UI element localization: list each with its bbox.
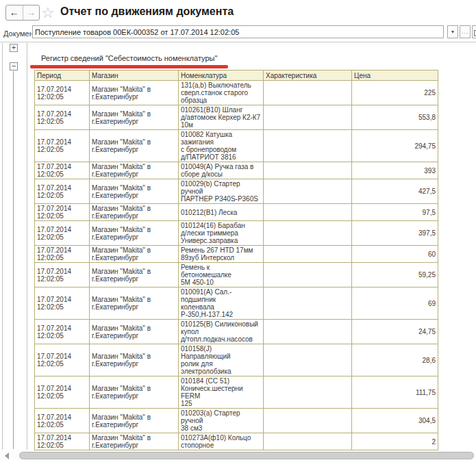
cell-store[interactable]: Магазин "Makita" в г.Екатеринбург [90, 409, 179, 433]
cell-store[interactable]: Магазин "Makita" в г.Екатеринбург [90, 204, 179, 221]
cell-nomenclature[interactable]: Ремень 267 HTD 17мм 89зуб Интерскол [179, 246, 264, 263]
cell-characteristic[interactable] [264, 409, 352, 433]
table-row[interactable]: 17.07.2014 12:02:05 Магазин "Makita" в г… [35, 105, 438, 130]
cell-period[interactable]: 17.07.2014 12:02:05 [35, 344, 90, 376]
cell-store[interactable]: Магазин "Makita" в г.Екатеринбург [90, 162, 179, 179]
cell-characteristic[interactable] [264, 179, 352, 204]
table-row[interactable]: 17.07.2014 12:02:05 Магазин "Makita" в г… [35, 179, 438, 204]
cell-characteristic[interactable] [264, 221, 352, 246]
cell-characteristic[interactable] [264, 288, 352, 320]
cell-price[interactable]: 225 [352, 81, 438, 105]
cell-period[interactable]: 17.07.2014 12:02:05 [35, 376, 90, 409]
table-row[interactable]: 17.07.2014 12:02:05 Магазин "Makita" в г… [35, 246, 438, 263]
cell-nomenclature[interactable]: 010184 (СС 51) Коническ.шестерни FERM 12… [179, 376, 264, 409]
cell-characteristic[interactable] [264, 81, 352, 105]
cell-price[interactable]: 294,75 [352, 130, 438, 162]
cell-store[interactable]: Магазин "Makita" в г.Екатеринбург [90, 179, 179, 204]
cell-store[interactable]: Магазин "Makita" в г.Екатеринбург [90, 376, 179, 409]
cell-period[interactable]: 17.07.2014 12:02:05 [35, 162, 90, 179]
cell-period[interactable]: 17.07.2014 12:02:05 [35, 221, 90, 246]
cell-price[interactable]: 427,5 [352, 179, 438, 204]
cell-store[interactable]: Магазин "Makita" в г.Екатеринбург [90, 263, 179, 288]
cell-price[interactable]: 97,5 [352, 204, 438, 221]
cell-price[interactable]: 24,75 [352, 320, 438, 344]
cell-characteristic[interactable] [264, 344, 352, 376]
table-row[interactable]: 17.07.2014 12:02:05 Магазин "Makita" в г… [35, 433, 438, 450]
scroll-left-button[interactable] [5, 452, 9, 459]
cell-nomenclature[interactable]: 131(a,b) Выключатель сверл.станок старог… [179, 81, 264, 105]
cell-price[interactable]: 553,8 [352, 105, 438, 130]
table-row[interactable]: 17.07.2014 12:02:05 Магазин "Makita" в г… [35, 409, 438, 433]
cell-period[interactable]: 17.07.2014 12:02:05 [35, 409, 90, 433]
cell-price[interactable]: 59,25 [352, 263, 438, 288]
expand-group-button[interactable]: + [10, 44, 18, 52]
cell-price[interactable]: 111,75 [352, 376, 438, 409]
cell-period[interactable]: 17.07.2014 12:02:05 [35, 263, 90, 288]
document-input[interactable] [32, 25, 444, 38]
table-row[interactable]: 17.07.2014 12:02:05 Магазин "Makita" в г… [35, 130, 438, 162]
dropdown-button[interactable]: ▾ [447, 25, 458, 38]
table-row[interactable]: 17.07.2014 12:02:05 Магазин "Makita" в г… [35, 376, 438, 409]
cell-characteristic[interactable] [264, 246, 352, 263]
cell-store[interactable]: Магазин "Makita" в г.Екатеринбург [90, 221, 179, 246]
cell-period[interactable]: 17.07.2014 12:02:05 [35, 204, 90, 221]
cell-period[interactable]: 17.07.2014 12:02:05 [35, 179, 90, 204]
cell-period[interactable]: 17.07.2014 12:02:05 [35, 320, 90, 344]
cell-price[interactable]: 304,5 [352, 409, 438, 433]
cell-nomenclature[interactable]: 010049(А) Ручка газа в сборе д/косы [179, 162, 264, 179]
cell-price[interactable]: 2 [352, 433, 438, 450]
cell-store[interactable]: Магазин "Makita" в г.Екатеринбург [90, 288, 179, 320]
cell-period[interactable]: 17.07.2014 12:02:05 [35, 105, 90, 130]
cell-price[interactable]: 69 [352, 288, 438, 320]
table-row[interactable]: 17.07.2014 12:02:05 Магазин "Makita" в г… [35, 162, 438, 179]
cell-nomenclature[interactable]: 010082 Катушка зажигания с бронепроводом… [179, 130, 264, 162]
cell-store[interactable]: Магазин "Makita" в г.Екатеринбург [90, 105, 179, 130]
cell-characteristic[interactable] [264, 204, 352, 221]
scrollbar-thumb[interactable] [19, 452, 474, 459]
table-row[interactable]: 17.07.2014 12:02:05 Магазин "Makita" в г… [35, 81, 438, 105]
cell-nomenclature[interactable]: 010158(J) Направляющий ролик для электро… [179, 344, 264, 376]
cell-nomenclature[interactable]: 010273А(ф10) Кольцо стопорное [179, 433, 264, 450]
table-row[interactable]: 17.07.2014 12:02:05 Магазин "Makita" в г… [35, 221, 438, 246]
table-row[interactable]: 17.07.2014 12:02:05 Магазин "Makita" в г… [35, 344, 438, 376]
cell-store[interactable]: Магазин "Makita" в г.Екатеринбург [90, 246, 179, 263]
cell-price[interactable]: 393 [352, 162, 438, 179]
cell-characteristic[interactable] [264, 376, 352, 409]
collapse-group-button[interactable]: − [10, 62, 18, 71]
cell-characteristic[interactable] [264, 105, 352, 130]
cell-characteristic[interactable] [264, 433, 352, 450]
cell-nomenclature[interactable]: Ремень к бетономешалке 5М 450-10 [179, 263, 264, 288]
cell-period[interactable]: 17.07.2014 12:02:05 [35, 81, 90, 105]
cell-nomenclature[interactable]: 010212(В1) Леска [179, 204, 264, 221]
cell-characteristic[interactable] [264, 263, 352, 288]
cell-characteristic[interactable] [264, 320, 352, 344]
cell-price[interactable]: 28,6 [352, 344, 438, 376]
table-row[interactable]: 17.07.2014 12:02:05 Магазин "Makita" в г… [35, 263, 438, 288]
table-row[interactable]: 17.07.2014 12:02:05 Магазин "Makita" в г… [35, 288, 438, 320]
cell-price[interactable]: 60 [352, 246, 438, 263]
favorite-star-icon[interactable]: ☆ [41, 4, 55, 22]
back-button[interactable]: ← [6, 5, 23, 20]
cell-store[interactable]: Магазин "Makita" в г.Екатеринбург [90, 130, 179, 162]
cell-characteristic[interactable] [264, 162, 352, 179]
cell-nomenclature[interactable]: 010125(В) Силиконовый купол д/топл.подка… [179, 320, 264, 344]
cell-price[interactable]: 397,5 [352, 221, 438, 246]
cell-store[interactable]: Магазин "Makita" в г.Екатеринбург [90, 433, 179, 450]
cell-store[interactable]: Магазин "Makita" в г.Екатеринбург [90, 344, 179, 376]
cell-nomenclature[interactable]: 010261(В10) Шланг д/автомоек Керхер К2-К… [179, 105, 264, 130]
cell-characteristic[interactable] [264, 130, 352, 162]
ellipsis-button[interactable]: ... [460, 25, 471, 38]
table-row[interactable]: 17.07.2014 12:02:05 Магазин "Makita" в г… [35, 320, 438, 344]
forward-button[interactable]: → [23, 5, 40, 20]
cell-period[interactable]: 17.07.2014 12:02:05 [35, 288, 90, 320]
cell-nomenclature[interactable]: 010029(b) Стартер ручной ПАРТНЕР Р340S-Р… [179, 179, 264, 204]
cell-period[interactable]: 17.07.2014 12:02:05 [35, 433, 90, 450]
table-row[interactable]: 17.07.2014 12:02:05 Магазин "Makita" в г… [35, 204, 438, 221]
cell-period[interactable]: 17.07.2014 12:02:05 [35, 246, 90, 263]
cell-nomenclature[interactable]: 010124(16) Барабан д/лески триммера Унив… [179, 221, 264, 246]
cell-period[interactable]: 17.07.2014 12:02:05 [35, 130, 90, 162]
cell-store[interactable]: Магазин "Makita" в г.Екатеринбург [90, 320, 179, 344]
clipped-toolbar-icon[interactable] [472, 25, 476, 38]
cell-store[interactable]: Магазин "Makita" в г.Екатеринбург [90, 81, 179, 105]
cell-nomenclature[interactable]: 010091(А) Сал.-подшипник коленвала Р-350… [179, 288, 264, 320]
